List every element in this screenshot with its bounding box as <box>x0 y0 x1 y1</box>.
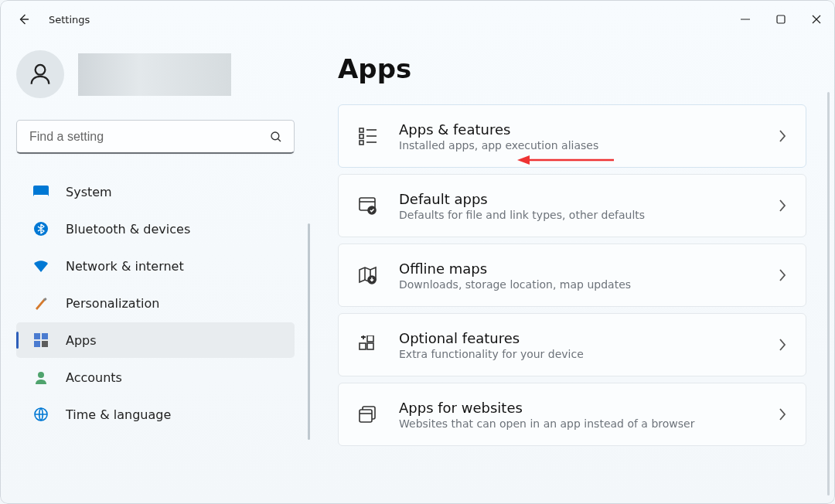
svg-rect-28 <box>367 335 373 342</box>
wifi-icon <box>33 258 49 274</box>
window-title: Settings <box>49 14 90 26</box>
sidebar-item-accounts[interactable]: Accounts <box>16 359 295 395</box>
brush-icon <box>33 295 49 311</box>
search-field[interactable] <box>28 129 269 145</box>
sidebar-item-label: Personalization <box>66 296 159 311</box>
svg-rect-30 <box>360 410 372 422</box>
sidebar-item-label: Apps <box>66 333 97 348</box>
sidebar-item-personalization[interactable]: Personalization <box>16 285 295 321</box>
sidebar-item-system[interactable]: System <box>16 174 295 209</box>
settings-window: Settings <box>0 0 835 504</box>
svg-rect-26 <box>360 343 366 349</box>
svg-rect-27 <box>367 343 373 349</box>
card-optional-features[interactable]: Optional features Extra functionality fo… <box>338 313 806 376</box>
card-subtitle: Downloads, storage location, map updates <box>399 278 778 291</box>
svg-point-2 <box>36 65 46 75</box>
minimize-button[interactable] <box>728 4 763 35</box>
svg-rect-11 <box>42 341 48 347</box>
main-scrollbar[interactable] <box>827 92 830 495</box>
globe-icon <box>33 407 49 422</box>
card-title: Apps & features <box>399 121 778 138</box>
svg-rect-5 <box>34 195 48 196</box>
card-apps-for-websites[interactable]: Apps for websites Websites that can open… <box>338 383 806 446</box>
card-offline-maps[interactable]: Offline maps Downloads, storage location… <box>338 243 806 307</box>
card-apps-features[interactable]: Apps & features Installed apps, app exec… <box>338 104 806 168</box>
sidebar-item-network[interactable]: Network & internet <box>16 248 295 284</box>
search-icon <box>269 130 283 144</box>
card-subtitle: Websites that can open in an app instead… <box>399 417 778 430</box>
close-button[interactable] <box>799 4 834 35</box>
card-title: Apps for websites <box>399 400 778 416</box>
sidebar-item-label: Network & internet <box>66 259 184 274</box>
optional-features-icon <box>357 335 379 354</box>
chevron-right-icon <box>778 129 787 143</box>
apps-icon <box>33 332 49 348</box>
settings-cards: Apps & features Installed apps, app exec… <box>338 104 806 446</box>
default-apps-icon <box>357 196 379 215</box>
card-title: Offline maps <box>399 261 778 277</box>
sidebar-item-time-language[interactable]: Time & language <box>16 397 295 432</box>
sidebar-item-bluetooth[interactable]: Bluetooth & devices <box>16 211 295 247</box>
user-name-redacted <box>78 53 231 96</box>
maps-icon <box>357 266 379 284</box>
avatar <box>16 50 64 98</box>
chevron-right-icon <box>778 407 787 421</box>
window-controls <box>728 4 834 35</box>
sidebar-item-label: Time & language <box>66 407 171 422</box>
svg-rect-1 <box>777 15 785 23</box>
title-bar: Settings <box>1 1 834 38</box>
svg-point-3 <box>271 132 279 140</box>
sidebar-item-apps[interactable]: Apps <box>16 322 295 358</box>
sidebar: System Bluetooth & devices Network & int… <box>1 38 310 503</box>
sidebar-item-label: Bluetooth & devices <box>66 222 190 237</box>
chevron-right-icon <box>778 199 787 213</box>
chevron-right-icon <box>778 268 787 282</box>
nav-list: System Bluetooth & devices Network & int… <box>16 174 295 432</box>
svg-point-12 <box>38 372 44 378</box>
main-content: Apps Apps & features Installed apps, app… <box>310 38 834 503</box>
svg-rect-15 <box>360 135 363 138</box>
svg-rect-4 <box>33 186 49 196</box>
svg-rect-14 <box>360 128 363 132</box>
sidebar-item-label: System <box>66 185 112 199</box>
search-input[interactable] <box>16 120 295 154</box>
bluetooth-icon <box>33 221 49 237</box>
system-icon <box>33 184 49 199</box>
maximize-button[interactable] <box>763 4 799 35</box>
card-default-apps[interactable]: Default apps Defaults for file and link … <box>338 174 806 237</box>
back-button[interactable] <box>9 1 39 38</box>
svg-rect-10 <box>34 341 40 347</box>
svg-rect-0 <box>741 19 750 20</box>
card-title: Default apps <box>399 191 778 207</box>
page-title: Apps <box>338 53 806 84</box>
svg-rect-8 <box>34 333 40 339</box>
apps-features-icon <box>357 127 379 145</box>
svg-rect-16 <box>360 141 363 145</box>
svg-rect-9 <box>42 333 48 339</box>
card-title: Optional features <box>399 330 778 346</box>
apps-websites-icon <box>357 405 379 424</box>
card-subtitle: Defaults for file and link types, other … <box>399 209 778 221</box>
chevron-right-icon <box>778 338 787 352</box>
card-subtitle: Installed apps, app execution aliases <box>399 139 778 152</box>
card-subtitle: Extra functionality for your device <box>399 348 778 360</box>
sidebar-item-label: Accounts <box>66 370 122 385</box>
accounts-icon <box>33 369 49 385</box>
user-profile[interactable] <box>16 50 295 98</box>
